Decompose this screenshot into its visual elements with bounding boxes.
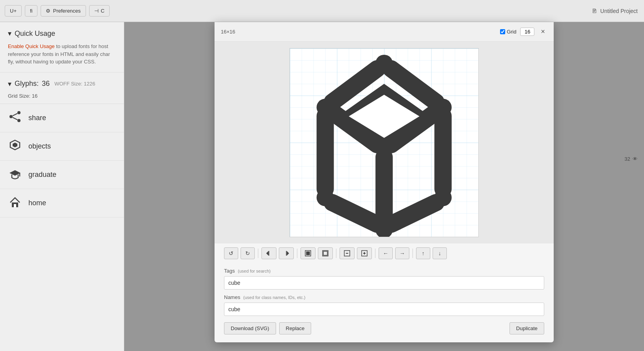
share-glyph-icon xyxy=(8,110,22,126)
svg-rect-10 xyxy=(14,204,16,207)
svg-point-0 xyxy=(9,115,13,118)
flip-h-icon xyxy=(266,250,272,256)
grid-checkbox[interactable] xyxy=(500,29,505,34)
sidebar-item-objects[interactable]: objects xyxy=(0,132,124,161)
glyphs-chevron: ▾ xyxy=(8,80,11,88)
shrink2-icon xyxy=(344,250,350,256)
tags-input[interactable] xyxy=(224,276,544,290)
flip-h-button[interactable] xyxy=(261,247,276,259)
project-title-text: Untitled Project xyxy=(600,8,638,14)
glyphs-woff: WOFF Size: 1226 xyxy=(54,81,95,87)
ligature-button[interactable]: fi xyxy=(25,5,38,17)
flip-v-button[interactable] xyxy=(279,247,294,259)
svg-rect-36 xyxy=(306,252,310,255)
modal-toolbar: ↺ ↻ xyxy=(215,243,554,263)
modal-header: 16×16 Grid × xyxy=(215,22,554,42)
svg-marker-7 xyxy=(9,170,21,176)
glyphs-label: Glyphs: xyxy=(15,80,39,88)
glyphs-count: 36 xyxy=(42,80,50,88)
modal-close-button[interactable]: × xyxy=(538,27,547,37)
move-down-icon: ↓ xyxy=(439,250,441,256)
modal-header-right: Grid × xyxy=(500,27,547,37)
share-glyph-name: share xyxy=(28,114,46,122)
modal-fields: Tags (used for search) Names (used for c… xyxy=(215,268,554,316)
svg-point-2 xyxy=(17,119,21,122)
layout-icon: ⊣ xyxy=(94,8,99,14)
grid-checkbox-label[interactable]: Grid xyxy=(500,29,517,35)
names-sub: (used for class names, IDs, etc.) xyxy=(243,295,306,300)
glyph-svg xyxy=(290,48,478,237)
ligature-label: fi xyxy=(30,8,33,14)
home-glyph-name: home xyxy=(28,199,46,207)
main-content: 32 👁 16×16 Grid × xyxy=(124,22,644,351)
grid-label: Grid xyxy=(507,29,517,35)
grid-size-input[interactable] xyxy=(520,28,534,36)
gear-icon: ⚙ xyxy=(46,8,50,14)
objects-glyph-name: objects xyxy=(28,142,51,150)
svg-marker-33 xyxy=(287,251,289,256)
modal-overlay: 16×16 Grid × xyxy=(124,22,644,351)
top-bar: U+ fi ⚙ Preferences ⊣ C 🖹 Untitled Proje… xyxy=(0,0,644,22)
svg-marker-6 xyxy=(13,143,17,147)
unicode-button[interactable]: U+ xyxy=(5,5,22,17)
move-up-button[interactable]: ↑ xyxy=(416,247,430,259)
duplicate-button[interactable]: Duplicate xyxy=(510,322,544,334)
names-label: Names xyxy=(224,294,240,300)
grid-size-label: Grid Size: 16 xyxy=(0,91,124,104)
download-svg-button[interactable]: Download (SVG) xyxy=(224,322,276,334)
tags-field-label: Tags (used for search) xyxy=(224,268,544,274)
layout-label: C xyxy=(101,8,105,14)
objects-glyph-icon xyxy=(8,139,22,154)
quick-usage-header[interactable]: ▾ Quick Usage xyxy=(0,22,124,43)
svg-rect-37 xyxy=(323,251,327,255)
names-input[interactable] xyxy=(224,303,544,316)
layout-button[interactable]: ⊣ C xyxy=(89,5,110,17)
expand2-button[interactable] xyxy=(357,247,372,259)
sidebar-item-share[interactable]: share xyxy=(0,104,124,132)
canvas-area xyxy=(215,42,554,243)
project-icon: 🖹 xyxy=(592,8,597,14)
svg-line-3 xyxy=(13,113,17,116)
toolbar-separator-1 xyxy=(258,249,258,258)
unicode-label: U+ xyxy=(10,8,17,14)
undo-button[interactable]: ↺ xyxy=(224,247,238,259)
home-glyph-icon xyxy=(8,195,22,211)
graduate-glyph-icon xyxy=(8,167,22,182)
preferences-label: Preferences xyxy=(53,8,80,14)
replace-button[interactable]: Replace xyxy=(279,322,312,334)
graduate-glyph-name: graduate xyxy=(28,171,56,179)
svg-line-4 xyxy=(13,117,17,120)
svg-point-1 xyxy=(17,111,21,114)
move-right-button[interactable]: → xyxy=(395,247,409,259)
tags-sub: (used for search) xyxy=(238,269,271,273)
move-down-button[interactable]: ↓ xyxy=(433,247,447,259)
enable-quick-usage-link[interactable]: Enable Quick Usage xyxy=(8,43,55,49)
glyph-editor-modal: 16×16 Grid × xyxy=(215,22,554,342)
move-up-icon: ↑ xyxy=(422,250,425,256)
redo-button[interactable]: ↻ xyxy=(241,247,255,259)
sidebar-item-graduate[interactable]: graduate xyxy=(0,161,124,189)
toolbar-separator-3 xyxy=(336,249,336,258)
move-left-button[interactable]: ← xyxy=(379,247,393,259)
names-field-label: Names (used for class names, IDs, etc.) xyxy=(224,294,544,300)
redo-icon: ↻ xyxy=(245,250,250,256)
glyph-canvas[interactable] xyxy=(289,48,479,237)
expand-button[interactable] xyxy=(318,247,333,259)
modal-title: 16×16 xyxy=(221,29,235,35)
quick-usage-label: Quick Usage xyxy=(15,30,55,38)
bottom-btn-group: Download (SVG) Replace xyxy=(224,322,311,334)
glyphs-header[interactable]: ▾ Glyphs: 36 WOFF Size: 1226 xyxy=(0,72,124,91)
expand-icon xyxy=(322,250,329,256)
shrink-button[interactable] xyxy=(301,247,315,259)
modal-bottom: Download (SVG) Replace Duplicate xyxy=(215,316,554,334)
move-right-icon: → xyxy=(399,250,405,256)
toolbar-separator-2 xyxy=(297,249,297,258)
sidebar: ▾ Quick Usage Enable Quick Usage to uplo… xyxy=(0,22,124,351)
quick-usage-chevron: ▾ xyxy=(8,29,11,38)
shrink2-button[interactable] xyxy=(340,247,355,259)
quick-usage-description: Enable Quick Usage to upload fonts for h… xyxy=(0,43,124,72)
toolbar-separator-5 xyxy=(413,249,413,258)
tags-label: Tags xyxy=(224,268,235,274)
preferences-button[interactable]: ⚙ Preferences xyxy=(41,5,86,17)
sidebar-item-home[interactable]: home xyxy=(0,189,124,217)
